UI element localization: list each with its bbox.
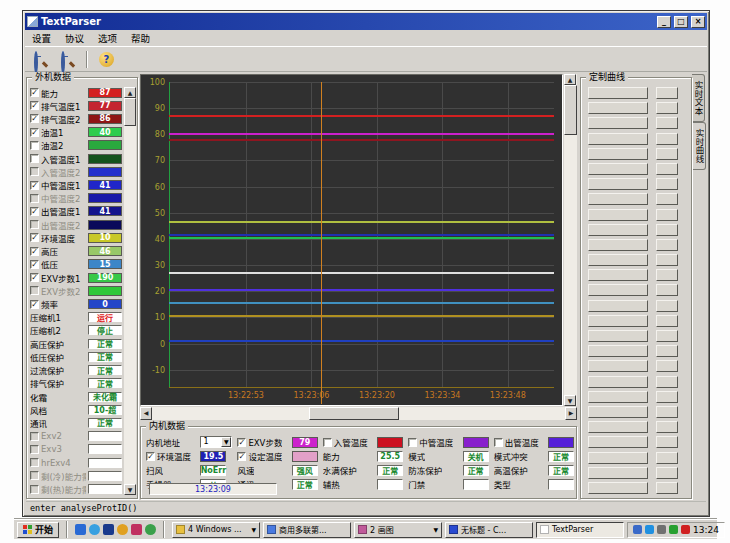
row-checkbox[interactable]: [494, 438, 503, 447]
curve-slot-small[interactable]: [656, 239, 678, 251]
quicklaunch-icon-2[interactable]: [89, 524, 100, 535]
curve-slot[interactable]: [588, 178, 648, 190]
scroll-track[interactable]: [124, 98, 136, 484]
curve-slot-small[interactable]: [656, 300, 678, 312]
minimize-button[interactable]: _: [657, 16, 671, 28]
curve-slot-small[interactable]: [656, 330, 678, 342]
row-checkbox[interactable]: [30, 141, 39, 150]
row-checkbox[interactable]: ✓: [30, 181, 39, 190]
curve-slot-small[interactable]: [656, 133, 678, 145]
curve-slot[interactable]: [588, 452, 648, 464]
curve-slot[interactable]: [588, 224, 648, 236]
curve-slot[interactable]: [588, 163, 648, 175]
help-button[interactable]: ?: [94, 49, 119, 70]
curve-slot-small[interactable]: [656, 284, 678, 296]
scroll-thumb[interactable]: [309, 407, 399, 420]
row-checkbox[interactable]: [30, 445, 39, 454]
curve-slot[interactable]: [588, 284, 648, 296]
row-checkbox[interactable]: ✓: [30, 88, 39, 97]
curve-slot[interactable]: [588, 133, 648, 145]
maximize-button[interactable]: □: [674, 16, 688, 28]
curve-slot[interactable]: [588, 254, 648, 266]
scroll-track[interactable]: [152, 407, 565, 420]
curve-slot-small[interactable]: [656, 178, 678, 190]
quicklaunch-icon-6[interactable]: [145, 524, 156, 535]
curve-slot[interactable]: [588, 436, 648, 448]
tray-icon-3[interactable]: [657, 525, 666, 534]
curve-slot-small[interactable]: [656, 224, 678, 236]
curve-slot-small[interactable]: [656, 315, 678, 327]
curve-slot[interactable]: [588, 406, 648, 418]
curve-slot-small[interactable]: [656, 163, 678, 175]
curve-slot-small[interactable]: [656, 254, 678, 266]
taskbar-button[interactable]: 商用多联第...: [263, 522, 351, 538]
quicklaunch-icon-3[interactable]: [103, 524, 114, 535]
titlebar[interactable]: TextParser _ □ ×: [25, 13, 707, 30]
curve-slot-small[interactable]: [656, 345, 678, 357]
tab-realtime-text[interactable]: 实时文本: [692, 74, 705, 122]
menu-item[interactable]: 选项: [91, 31, 124, 45]
taskbar-button[interactable]: 2 画图▼: [354, 522, 442, 538]
menu-item[interactable]: 设置: [25, 31, 58, 45]
tray-icon-4[interactable]: [669, 525, 678, 534]
curve-slot[interactable]: [588, 376, 648, 388]
tray-icon-2[interactable]: [645, 525, 654, 534]
quicklaunch-icon-4[interactable]: [117, 524, 128, 535]
row-checkbox[interactable]: [408, 438, 417, 447]
curve-slot[interactable]: [588, 467, 648, 479]
row-checkbox[interactable]: [30, 167, 39, 176]
row-checkbox[interactable]: ✓: [237, 452, 246, 461]
curve-slot[interactable]: [588, 87, 648, 99]
row-checkbox[interactable]: ✓: [30, 128, 39, 137]
row-checkbox[interactable]: [323, 438, 332, 447]
curve-slot-small[interactable]: [656, 360, 678, 372]
row-checkbox[interactable]: ✓: [30, 207, 39, 216]
scroll-track[interactable]: [564, 85, 577, 395]
chart-horizontal-scrollbar[interactable]: ◀ ▶: [140, 407, 577, 420]
indoor-address-dropdown[interactable]: 1▼: [200, 436, 232, 448]
taskbar-button[interactable]: 4 Windows ...▼: [172, 522, 260, 538]
row-checkbox[interactable]: ✓: [30, 233, 39, 242]
scroll-up-icon[interactable]: ▲: [564, 74, 576, 85]
curve-slot[interactable]: [588, 360, 648, 372]
tray-icon-5[interactable]: [681, 525, 690, 534]
curve-slot[interactable]: [588, 315, 648, 327]
curve-slot-small[interactable]: [656, 376, 678, 388]
row-checkbox[interactable]: ✓: [30, 247, 39, 256]
row-checkbox[interactable]: ✓: [146, 452, 155, 461]
curve-slot[interactable]: [588, 209, 648, 221]
quicklaunch-icon-1[interactable]: [75, 524, 86, 535]
curve-slot[interactable]: [588, 102, 648, 114]
curve-slot[interactable]: [588, 391, 648, 403]
taskbar-button[interactable]: 无标题 - C...: [445, 522, 533, 538]
row-checkbox[interactable]: [30, 220, 39, 229]
chevron-down-icon[interactable]: ▼: [221, 437, 231, 447]
curve-slot-small[interactable]: [656, 391, 678, 403]
row-checkbox[interactable]: [30, 154, 39, 163]
curve-slot[interactable]: [588, 330, 648, 342]
row-checkbox[interactable]: ✓: [30, 260, 39, 269]
zoom-in-button[interactable]: [28, 49, 53, 70]
row-checkbox[interactable]: ✓: [30, 273, 39, 282]
curve-slot-small[interactable]: [656, 452, 678, 464]
row-checkbox[interactable]: [30, 471, 39, 480]
scroll-right-icon[interactable]: ▶: [565, 407, 577, 420]
curve-slot-small[interactable]: [656, 209, 678, 221]
chart-vertical-scrollbar[interactable]: ▲ ▼: [564, 74, 577, 406]
curve-slot[interactable]: [588, 117, 648, 129]
curve-slot-small[interactable]: [656, 406, 678, 418]
tray-icon-1[interactable]: [633, 525, 642, 534]
curve-slot[interactable]: [588, 193, 648, 205]
row-checkbox[interactable]: [30, 458, 39, 467]
chart-cursor[interactable]: [321, 82, 322, 404]
curve-slot-small[interactable]: [656, 436, 678, 448]
scroll-left-icon[interactable]: ◀: [140, 407, 152, 420]
close-button[interactable]: ×: [691, 16, 705, 28]
curve-slot[interactable]: [588, 345, 648, 357]
curve-slot[interactable]: [588, 300, 648, 312]
row-checkbox[interactable]: [30, 485, 39, 494]
menu-item[interactable]: 协议: [58, 31, 91, 45]
curve-slot-small[interactable]: [656, 87, 678, 99]
start-button[interactable]: 开始: [17, 522, 59, 538]
zoom-out-button[interactable]: [55, 49, 80, 70]
